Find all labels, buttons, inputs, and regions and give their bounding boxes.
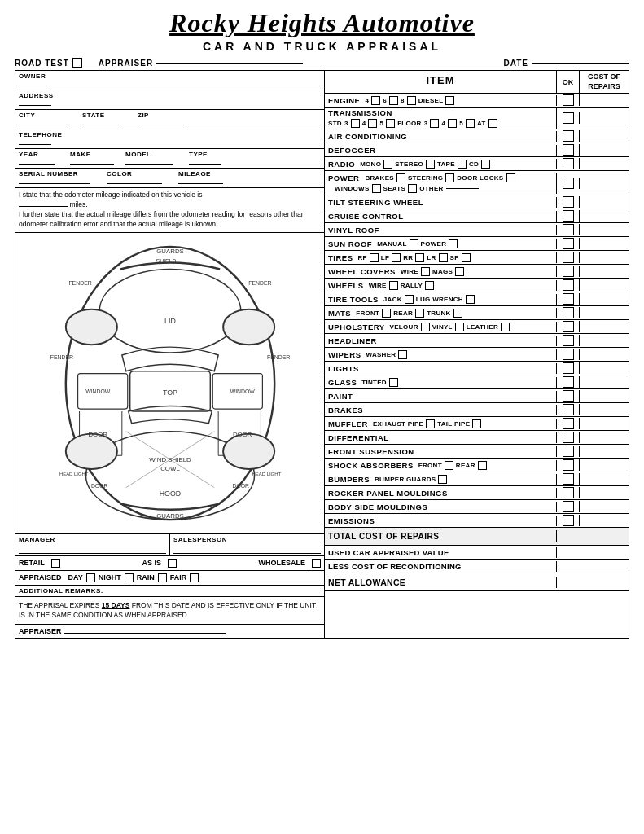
radio-ok-check[interactable]	[563, 158, 574, 169]
muffler-exhaust-check[interactable]	[426, 419, 435, 428]
rocker-panel-ok-check[interactable]	[563, 487, 574, 498]
muffler-ok-check[interactable]	[563, 418, 574, 429]
wheels-wire-check[interactable]	[389, 281, 398, 290]
trans-3-check[interactable]	[351, 119, 360, 128]
sunroof-power-check[interactable]	[449, 239, 458, 248]
radio-tape-check[interactable]	[458, 160, 467, 169]
upholstery-velour-check[interactable]	[421, 323, 430, 331]
owner-input[interactable]	[19, 86, 51, 86]
mats-trunk-check[interactable]	[453, 309, 462, 318]
wipers-ok-check[interactable]	[563, 349, 574, 360]
trans-5-check[interactable]	[386, 119, 395, 128]
make-input[interactable]	[70, 164, 114, 165]
glass-tinted-check[interactable]	[389, 378, 398, 387]
engine-diesel-check[interactable]	[445, 96, 454, 105]
engine-8-check[interactable]	[407, 96, 416, 105]
fair-checkbox[interactable]	[190, 573, 199, 582]
air-ok-check[interactable]	[563, 130, 574, 142]
glass-ok-check[interactable]	[563, 376, 574, 388]
trans-f4-check[interactable]	[448, 119, 457, 128]
engine-6-check[interactable]	[389, 96, 398, 105]
city-input[interactable]	[19, 125, 68, 125]
differential-ok-check[interactable]	[563, 432, 574, 443]
radio-mono-check[interactable]	[383, 160, 392, 169]
emissions-ok-check[interactable]	[563, 515, 574, 526]
salesperson-input[interactable]	[173, 544, 321, 554]
road-test-checkbox[interactable]	[72, 58, 82, 68]
power-brakes-check[interactable]	[396, 173, 405, 182]
upholstery-ok-check[interactable]	[563, 321, 574, 332]
bumpers-ok-check[interactable]	[563, 473, 574, 485]
mats-rear-check[interactable]	[415, 309, 424, 318]
defogger-ok-check[interactable]	[563, 144, 574, 156]
wheels-rally-check[interactable]	[425, 281, 434, 290]
shock-rear-check[interactable]	[478, 461, 487, 470]
tires-rr-check[interactable]	[415, 253, 424, 262]
engine-4-check[interactable]	[371, 96, 380, 105]
wipers-washer-check[interactable]	[398, 350, 407, 359]
power-windows-check[interactable]	[372, 184, 381, 193]
tires-sp-check[interactable]	[462, 253, 471, 262]
tires-ok-check[interactable]	[563, 252, 574, 263]
as-is-checkbox[interactable]	[168, 559, 177, 568]
headliner-ok-check[interactable]	[563, 335, 574, 346]
trans-4-check[interactable]	[368, 119, 377, 128]
transmission-ok-check[interactable]	[563, 112, 574, 124]
year-input[interactable]	[19, 164, 55, 165]
night-checkbox[interactable]	[125, 573, 134, 582]
radio-stereo-check[interactable]	[426, 160, 435, 169]
manager-input[interactable]	[19, 544, 166, 554]
vinyl-roof-ok-check[interactable]	[563, 224, 574, 235]
wholesale-checkbox[interactable]	[312, 559, 321, 568]
brakes-ok-check[interactable]	[563, 404, 574, 415]
sun-roof-ok-check[interactable]	[563, 238, 574, 249]
mats-ok-check[interactable]	[563, 307, 574, 318]
tiretools-lug-check[interactable]	[466, 295, 475, 304]
upholstery-vinyl-check[interactable]	[455, 323, 464, 331]
trans-f5-check[interactable]	[466, 119, 475, 128]
model-input[interactable]	[125, 164, 173, 165]
tire-tools-ok-check[interactable]	[563, 293, 574, 305]
mileage-input[interactable]	[178, 183, 223, 184]
engine-ok-check[interactable]	[563, 94, 574, 106]
shock-absorbers-ok-check[interactable]	[563, 459, 574, 471]
type-input[interactable]	[189, 164, 221, 165]
color-input[interactable]	[107, 183, 162, 184]
appraiser-signature[interactable]	[64, 633, 226, 634]
power-other-input[interactable]	[446, 188, 479, 189]
trans-at-check[interactable]	[488, 119, 497, 128]
radio-cd-check[interactable]	[481, 160, 490, 169]
shock-front-check[interactable]	[445, 461, 453, 470]
serial-input[interactable]	[19, 183, 90, 184]
address-input[interactable]	[19, 105, 51, 106]
trans-f3-check[interactable]	[430, 119, 439, 128]
muffler-tail-check[interactable]	[472, 419, 481, 428]
miles-input[interactable]	[19, 206, 68, 207]
wheelcovers-mags-check[interactable]	[455, 267, 464, 276]
day-checkbox[interactable]	[86, 573, 95, 582]
wheel-covers-ok-check[interactable]	[563, 266, 574, 277]
body-side-ok-check[interactable]	[563, 501, 574, 512]
wheels-ok-check[interactable]	[563, 279, 574, 291]
state-input[interactable]	[82, 125, 123, 125]
power-ok-check[interactable]	[563, 178, 574, 189]
front-suspension-ok-check[interactable]	[563, 446, 574, 457]
power-steering-check[interactable]	[445, 173, 454, 182]
rain-checkbox[interactable]	[158, 573, 167, 582]
bumpers-guards-check[interactable]	[438, 475, 447, 484]
upholstery-leather-check[interactable]	[501, 323, 510, 331]
lights-ok-check[interactable]	[563, 362, 574, 374]
cruise-ok-check[interactable]	[563, 210, 574, 222]
zip-input[interactable]	[138, 125, 186, 125]
tiretools-jack-check[interactable]	[405, 295, 414, 304]
tires-lr-check[interactable]	[439, 253, 448, 262]
telephone-input[interactable]	[19, 144, 51, 145]
retail-checkbox[interactable]	[51, 559, 60, 568]
tilt-ok-check[interactable]	[563, 196, 574, 208]
sunroof-manual-check[interactable]	[410, 239, 418, 248]
tires-rf-check[interactable]	[370, 253, 379, 262]
tires-lf-check[interactable]	[392, 253, 401, 262]
power-doorlocks-check[interactable]	[506, 173, 515, 182]
wheelcovers-wire-check[interactable]	[421, 267, 430, 276]
power-seats-check[interactable]	[408, 184, 417, 193]
